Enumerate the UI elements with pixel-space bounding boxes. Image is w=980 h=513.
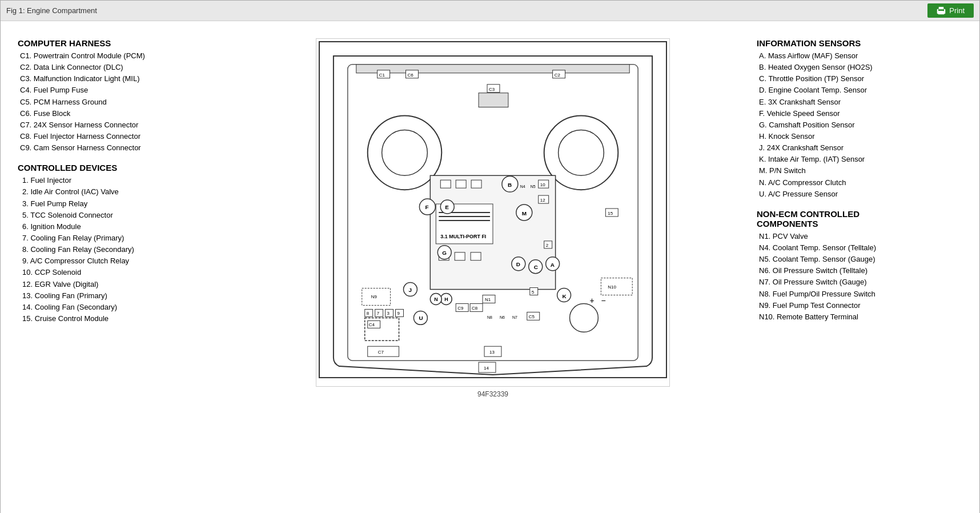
- info-sensors-list: A. Mass Airflow (MAF) SensorB. Heated Ox…: [759, 50, 962, 200]
- svg-text:C6: C6: [407, 73, 413, 78]
- list-item: N8. Fuel Pump/Oil Pressure Switch: [759, 288, 962, 300]
- engine-diagram: 3.1 MULTI-PORT FI C4 C1: [316, 38, 670, 387]
- right-panel: INFORMATION SENSORS A. Mass Airflow (MAF…: [757, 33, 962, 504]
- svg-text:14: 14: [484, 366, 489, 371]
- list-item: 12. EGR Valve (Digital): [22, 279, 229, 290]
- list-item: N6. Oil Pressure Switch (Telltale): [759, 265, 962, 276]
- svg-text:C1: C1: [379, 73, 385, 78]
- svg-text:10: 10: [540, 182, 545, 187]
- svg-text:−: −: [601, 296, 605, 305]
- svg-text:H: H: [444, 296, 448, 302]
- list-item: B. Heated Oxygen Sensor (HO2S): [759, 62, 962, 73]
- svg-text:2: 2: [546, 243, 549, 248]
- list-item: 5. TCC Solenoid Connector: [22, 210, 229, 221]
- list-item: 1. Fuel Injector: [22, 175, 229, 186]
- list-item: 3. Fuel Pump Relay: [22, 198, 229, 210]
- list-item: C7. 24X Sensor Harness Connector: [20, 119, 229, 131]
- list-item: N10. Remote Battery Terminal: [759, 311, 962, 323]
- list-item: C6. Fuse Block: [20, 108, 229, 119]
- svg-text:N6: N6: [500, 315, 505, 319]
- print-button[interactable]: Print: [927, 3, 974, 18]
- svg-text:N: N: [434, 296, 437, 302]
- list-item: G. Camshaft Position Sensor: [759, 119, 962, 131]
- left-panel: COMPUTER HARNESS C1. Powertrain Control …: [18, 33, 229, 504]
- controlled-devices-list: 1. Fuel Injector2. Idle Air Control (IAC…: [22, 175, 229, 324]
- svg-text:F: F: [425, 204, 428, 210]
- list-item: 7. Cooling Fan Relay (Primary): [22, 233, 229, 244]
- computer-harness-list: C1. Powertrain Control Module (PCM)C2. D…: [20, 50, 229, 154]
- list-item: N9. Fuel Pump Test Connector: [759, 300, 962, 311]
- list-item: C4. Fuel Pump Fuse: [20, 85, 229, 96]
- list-item: 9. A/C Compressor Clutch Relay: [22, 255, 229, 267]
- list-item: C9. Cam Sensor Harness Connector: [20, 142, 229, 154]
- svg-text:A: A: [551, 262, 555, 268]
- list-item: C8. Fuel Injector Harness Connector: [20, 131, 229, 142]
- svg-text:U: U: [419, 315, 423, 321]
- svg-text:M: M: [522, 210, 527, 217]
- center-panel: 3.1 MULTI-PORT FI C4 C1: [240, 33, 745, 504]
- computer-harness-heading: COMPUTER HARNESS: [18, 38, 229, 48]
- svg-text:8: 8: [367, 311, 369, 316]
- list-item: E. 3X Crankshaft Sensor: [759, 97, 962, 108]
- svg-text:J: J: [408, 287, 412, 293]
- list-item: N1. PCV Valve: [759, 231, 962, 242]
- list-item: N. A/C Compressor Clutch: [759, 177, 962, 189]
- list-item: C2. Data Link Connector (DLC): [20, 62, 229, 73]
- diagram-caption: 94F32339: [477, 390, 508, 398]
- svg-text:C8: C8: [472, 306, 478, 311]
- list-item: U. A/C Pressure Sensor: [759, 189, 962, 200]
- list-item: 8. Cooling Fan Relay (Secondary): [22, 244, 229, 255]
- svg-text:+: +: [589, 296, 594, 305]
- list-item: 13. Cooling Fan (Primary): [22, 290, 229, 302]
- svg-rect-52: [601, 278, 632, 295]
- list-item: F. Vehicle Speed Sensor: [759, 108, 962, 119]
- list-item: M. P/N Switch: [759, 165, 962, 177]
- printer-icon: [937, 7, 946, 15]
- list-item: N4. Coolant Temp. Sensor (Telltale): [759, 242, 962, 254]
- list-item: J. 24X Crankshaft Sensor: [759, 142, 962, 154]
- svg-text:N10: N10: [608, 284, 616, 290]
- svg-text:N7: N7: [512, 315, 517, 319]
- content-area: COMPUTER HARNESS C1. Powertrain Control …: [1, 21, 979, 513]
- svg-rect-2: [938, 12, 944, 14]
- list-item: 10. CCP Solenoid: [22, 267, 229, 278]
- svg-text:D: D: [516, 261, 520, 267]
- svg-rect-22: [455, 253, 465, 260]
- list-item: H. Knock Sensor: [759, 131, 962, 142]
- svg-text:15: 15: [608, 211, 613, 216]
- info-sensors-heading: INFORMATION SENSORS: [757, 38, 962, 48]
- list-item: C1. Powertrain Control Module (PCM): [20, 50, 229, 62]
- svg-text:3.1 MULTI-PORT FI: 3.1 MULTI-PORT FI: [440, 234, 486, 239]
- list-item: N7. Oil Pressure Switch (Gauge): [759, 276, 962, 288]
- svg-text:N8: N8: [487, 315, 492, 319]
- non-ecm-heading: NON-ECM CONTROLLED COMPONENTS: [757, 209, 962, 229]
- list-item: D. Engine Coolant Temp. Sensor: [759, 85, 962, 96]
- svg-point-4: [943, 10, 944, 11]
- list-item: C5. PCM Harness Ground: [20, 97, 229, 108]
- titlebar: Fig 1: Engine Compartment Print: [1, 1, 979, 21]
- non-ecm-list: N1. PCV ValveN4. Coolant Temp. Sensor (T…: [759, 231, 962, 323]
- list-item: 14. Cooling Fan (Secondary): [22, 302, 229, 313]
- svg-text:B: B: [508, 182, 512, 188]
- svg-rect-18: [440, 180, 451, 188]
- svg-text:3: 3: [387, 311, 390, 316]
- main-window: Fig 1: Engine Compartment Print COMPUTER…: [0, 0, 980, 513]
- controlled-devices-heading: CONTROLLED DEVICES: [18, 163, 229, 173]
- svg-text:C3: C3: [489, 87, 495, 92]
- list-item: C. Throttle Position (TP) Sensor: [759, 73, 962, 85]
- list-item: 6. Ignition Module: [22, 221, 229, 233]
- svg-text:G: G: [442, 250, 447, 256]
- svg-text:5: 5: [532, 290, 535, 295]
- svg-text:N9: N9: [371, 294, 377, 299]
- svg-text:12: 12: [540, 198, 545, 203]
- svg-rect-19: [456, 180, 466, 188]
- list-item: 15. Cruise Control Module: [22, 313, 229, 324]
- svg-text:N1: N1: [485, 297, 491, 302]
- svg-text:C2: C2: [555, 73, 561, 78]
- svg-rect-20: [471, 180, 481, 188]
- list-item: 2. Idle Air Control (IAC) Valve: [22, 186, 229, 198]
- svg-text:N5: N5: [531, 185, 536, 189]
- print-label: Print: [949, 6, 965, 15]
- list-item: N5. Coolant Temp. Sensor (Gauge): [759, 254, 962, 265]
- list-item: C3. Malfunction Indicator Light (MIL): [20, 73, 229, 85]
